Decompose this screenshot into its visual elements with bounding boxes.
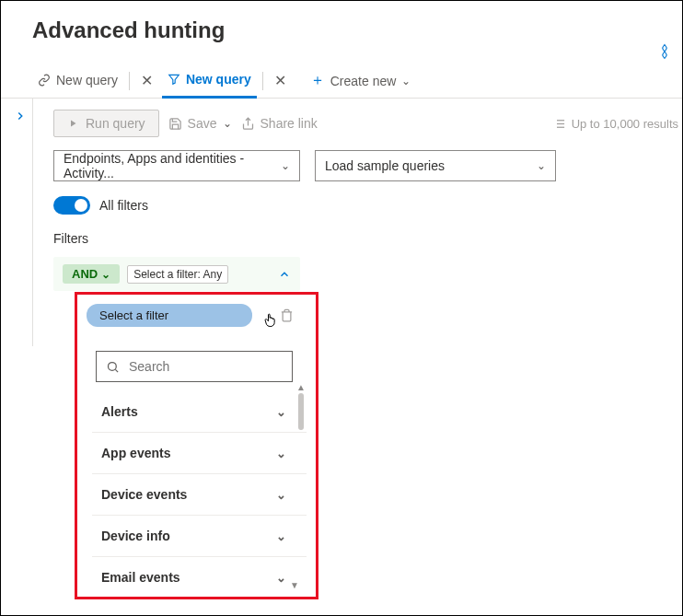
results-hint: Up to 10,000 results — [552, 117, 682, 131]
filter-search-box[interactable] — [96, 351, 293, 382]
chevron-down-icon: ⌄ — [223, 117, 232, 130]
sample-queries-label: Load sample queries — [325, 158, 445, 173]
create-new-label: Create new — [330, 74, 397, 88]
app-frame: Advanced hunting New query ✕ New query ✕… — [0, 0, 683, 616]
expand-rail-icon[interactable] — [14, 110, 32, 122]
sample-queries-select[interactable]: Load sample queries ⌄ — [315, 150, 556, 181]
chevron-down-icon: ⌄ — [537, 159, 546, 172]
chevron-down-icon: ⌄ — [276, 447, 286, 460]
category-label: Device events — [101, 487, 187, 502]
filter-category-email-events[interactable]: Email events ⌄ — [92, 557, 307, 598]
search-icon — [106, 360, 120, 374]
tab-new-query-1[interactable]: New query — [32, 65, 123, 97]
category-label: App events — [101, 446, 170, 460]
tab-separator — [129, 72, 130, 90]
scroll-down-icon[interactable]: ▼ — [290, 580, 299, 590]
select-filter-pill[interactable]: Select a filter — [87, 304, 252, 327]
category-label: Alerts — [101, 404, 138, 419]
filter-search-input[interactable] — [127, 358, 292, 375]
and-condition-row[interactable]: AND ⌄ Select a filter: Any — [53, 257, 300, 291]
play-icon — [67, 118, 78, 129]
filter-category-device-info[interactable]: Device info ⌄ — [92, 516, 307, 557]
filter-category-list: ▲ Alerts ⌄ App events ⌄ Device events ⌄ … — [92, 391, 307, 598]
category-label: Email events — [101, 570, 180, 585]
tab-separator — [262, 72, 263, 90]
run-query-button[interactable]: Run query — [53, 110, 159, 137]
dataset-select[interactable]: Endpoints, Apps and identities - Activit… — [53, 150, 300, 181]
share-label: Share link — [260, 116, 318, 131]
dataset-select-label: Endpoints, Apps and identities - Activit… — [64, 151, 281, 180]
query-toolbar: Run query Save ⌄ Share link — [53, 110, 682, 150]
funnel-icon — [168, 73, 180, 86]
category-label: Device info — [101, 529, 170, 543]
cursor-icon — [261, 310, 280, 329]
help-icon[interactable] — [656, 43, 673, 60]
share-link-button[interactable]: Share link — [241, 116, 318, 131]
filter-dropdown-panel: Select a filter ▲ Alerts ⌄ — [75, 292, 318, 599]
left-rail — [1, 99, 32, 346]
share-icon — [241, 117, 255, 131]
svg-point-6 — [109, 362, 117, 370]
tab-bar: New query ✕ New query ✕ ＋ Create new ⌄ — [1, 64, 682, 99]
chevron-down-icon: ⌄ — [276, 405, 286, 419]
chevron-down-icon: ⌄ — [401, 75, 411, 87]
tab-new-query-2[interactable]: New query — [162, 64, 257, 99]
create-new-tab[interactable]: ＋ Create new ⌄ — [305, 64, 417, 98]
chevron-down-icon: ⌄ — [276, 488, 286, 502]
tab-label: New query — [186, 72, 251, 87]
chevron-down-icon: ⌄ — [281, 159, 290, 172]
filter-category-alerts[interactable]: Alerts ⌄ — [92, 391, 307, 433]
svg-line-7 — [115, 369, 118, 372]
close-icon[interactable]: ✕ — [135, 72, 158, 89]
plus-icon: ＋ — [310, 71, 325, 90]
close-icon[interactable]: ✕ — [269, 72, 292, 89]
link-icon — [38, 74, 51, 87]
filter-category-app-events[interactable]: App events ⌄ — [92, 433, 307, 474]
save-label: Save — [188, 116, 217, 131]
list-icon — [552, 117, 566, 131]
and-operator-pill[interactable]: AND ⌄ — [63, 264, 120, 284]
run-label: Run query — [86, 116, 145, 131]
all-filters-toggle[interactable] — [53, 196, 90, 215]
select-filter-label: Select a filter — [99, 308, 168, 322]
chevron-down-icon: ⌄ — [276, 529, 286, 543]
filter-category-device-events[interactable]: Device events ⌄ — [92, 474, 307, 516]
tab-label: New query — [56, 73, 118, 87]
page-title: Advanced hunting — [32, 17, 682, 43]
delete-filter-icon[interactable] — [280, 308, 294, 322]
filters-section-label: Filters — [53, 231, 682, 246]
save-button[interactable]: Save ⌄ — [168, 116, 232, 131]
filter-tooltip: Select a filter: Any — [127, 265, 228, 284]
scroll-up-icon[interactable]: ▲ — [296, 382, 306, 392]
scrollbar-thumb[interactable] — [298, 393, 304, 430]
all-filters-label: All filters — [99, 198, 148, 213]
chevron-down-icon: ⌄ — [276, 571, 286, 585]
collapse-icon[interactable] — [278, 268, 291, 281]
chevron-down-icon: ⌄ — [101, 268, 110, 281]
results-hint-text: Up to 10,000 results — [572, 117, 678, 131]
save-icon — [168, 117, 182, 131]
